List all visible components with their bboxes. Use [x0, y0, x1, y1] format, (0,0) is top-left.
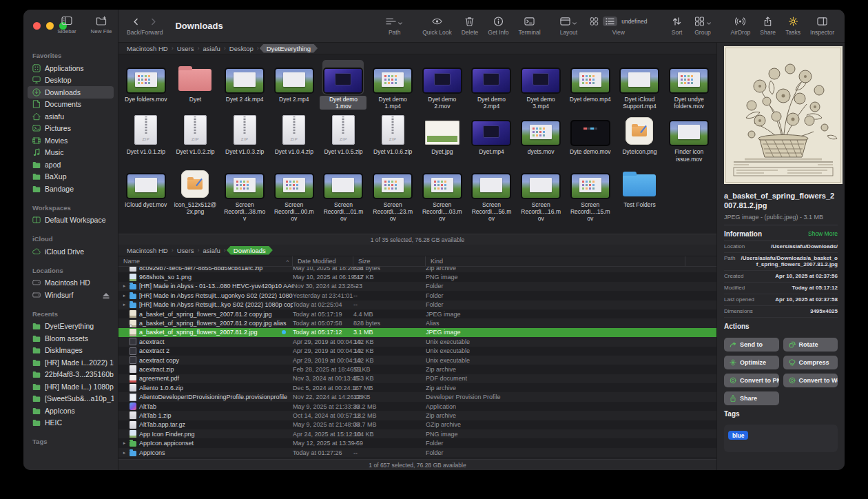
grid-item[interactable]: Screen Recordi....16.mov [516, 165, 566, 223]
sidebar-item--hr-made-i-1080p-copy[interactable]: [HR] Made i...) 1080p copy [28, 380, 114, 393]
toolbar-item-sort[interactable]: Sort [665, 17, 690, 36]
grid-item[interactable]: Screen Recordi....03.mov [417, 165, 467, 223]
disclosure-triangle-icon[interactable]: ▸ [122, 302, 127, 307]
sidebar-item-baxup[interactable]: BaXup [28, 171, 114, 183]
sidebar-item--sweetsub-a10p-1080p-[interactable]: [SweetSub&...a10p_1080p] [28, 393, 114, 405]
grid-item[interactable]: Dyet 2.mp4 [269, 60, 319, 110]
breadcrumb-desktop[interactable]: Desktop [227, 45, 256, 52]
grid-item[interactable]: icon_512x512@2x.png [171, 165, 220, 223]
view-columns-button[interactable]: undefined [619, 17, 650, 26]
grid-item[interactable]: Dyet.jpg [417, 112, 467, 162]
grid-item[interactable]: Dyet v1.0.6.zip [368, 112, 417, 162]
grid-item[interactable]: dyets.mov [516, 112, 566, 162]
toolbar-item-view[interactable]: undefinedView [582, 17, 654, 36]
file-row[interactable]: AltTab.app.tar.gzMay 9, 2025 at 21:48:08… [118, 420, 716, 429]
action-button-share[interactable]: Share [724, 391, 779, 405]
file-row[interactable]: acextract 2Apr 29, 2019 at 00:04:10142 K… [118, 347, 716, 356]
grid-item[interactable]: Finder icon issue.mov [664, 112, 714, 162]
column-header-kind[interactable]: Kind [426, 256, 685, 266]
file-row[interactable]: agreement.pdfNov 3, 2024 at 00:13:45153 … [118, 374, 716, 383]
sidebar-item-diskimages[interactable]: DiskImages [28, 345, 114, 357]
grid-item[interactable]: Dyet demo 1.mp4 [368, 60, 417, 110]
file-row[interactable]: AlientoDeveloperIDProvisioningProfile.pr… [118, 392, 716, 401]
grid-item[interactable]: Dyet demo 1.mov [319, 60, 369, 110]
grid-item[interactable]: Test Folders [615, 165, 665, 223]
sidebar-item-appicons[interactable]: AppIcons [28, 405, 114, 417]
grid-item[interactable]: DyteIcon.png [615, 112, 665, 162]
sidebar-item-apod[interactable]: apod [28, 159, 114, 171]
sidebar-item-icloud-drive[interactable]: iCloud Drive [28, 245, 114, 258]
sidebar-item-heic[interactable]: HEIC [28, 417, 114, 429]
grid-item[interactable]: Dyet demo 2.mov [417, 60, 467, 110]
breadcrumb-asiafu[interactable]: asiafu [200, 45, 223, 52]
action-button-optimize[interactable]: Optimize [724, 356, 779, 369]
grid-item[interactable]: Dyet v1.0.4.zip [269, 112, 319, 162]
file-row[interactable]: ▸[HR] Made in Abyss Retsujit...kyo S02 (… [118, 301, 716, 309]
file-row[interactable]: a_basket_of_spring_flowers_2007.81.2 cop… [118, 309, 716, 318]
sidebar-item-applications[interactable]: Applications [28, 62, 114, 74]
file-row[interactable]: ▸AppIconsToday at 01:27:26--Folder [118, 448, 716, 457]
disclosure-triangle-icon[interactable]: ▸ [122, 450, 127, 456]
sidebar-item-bloom-assets[interactable]: Bloom assets [28, 332, 114, 345]
tag-blue[interactable]: blue [728, 431, 748, 440]
tags-box[interactable]: blue [724, 425, 838, 452]
sidebar-item-pictures[interactable]: Pictures [28, 123, 114, 135]
action-button-rotate[interactable]: Rotate [783, 338, 838, 352]
grid-item[interactable]: Screen Recordi....01.mov [319, 165, 369, 223]
action-button-compress[interactable]: Compress [783, 356, 838, 369]
action-button-convert-to-webp[interactable]: Convert to WebP [783, 374, 838, 387]
sidebar-item--hr-made-i-2022-1080p[interactable]: [HR] Made i...2022) 1080p [28, 356, 114, 369]
disclosure-triangle-icon[interactable]: ▸ [122, 293, 127, 298]
view-grid-button[interactable] [587, 17, 601, 26]
grid-item[interactable]: Screen Recordi....15.mov [566, 165, 615, 223]
file-row[interactable]: acextract copyApr 29, 2019 at 00:04:1014… [118, 356, 716, 365]
file-row[interactable]: AltTab 1.zipOct 14, 2024 at 00:57:1812.2… [118, 411, 716, 420]
column-header-size[interactable]: Size [353, 256, 426, 266]
grid-item[interactable]: iCloud dyet.mov [121, 165, 171, 223]
grid-item[interactable]: Dyet [171, 60, 220, 110]
sidebar-item-22bf4af8-3-235160b233[interactable]: 22bf4af8-3...235160b233 [28, 369, 114, 381]
sidebar-item-windsurf[interactable]: Windsurf [28, 289, 114, 301]
file-row[interactable]: 968shots_so 1.pngMay 10, 2025 at 06:19:4… [118, 272, 716, 281]
sidebar-item-music[interactable]: Music [28, 147, 114, 159]
grid-item[interactable]: Dyet v1.0.3.zip [220, 112, 269, 162]
toolbar-item-tasks[interactable]: Tasks [781, 17, 805, 36]
file-row[interactable]: ▸AppIcon.appiconsetMay 12, 2025 at 13:39… [118, 438, 716, 447]
sidebar-item-default-workspace[interactable]: Default Workspace [28, 214, 114, 227]
grid-item[interactable]: Dyet 2 4k.mp4 [220, 60, 269, 110]
file-row[interactable]: ▸[HR] Made in Abyss - 01-13...080 HEVC-y… [118, 282, 716, 291]
column-header-date-modified[interactable]: Date Modified [293, 256, 353, 266]
new-file-button[interactable]: New File [86, 16, 116, 34]
sidebar-item-movies[interactable]: Movies [28, 134, 114, 147]
column-header-name[interactable]: Name^ [118, 256, 293, 266]
breadcrumb-dyeteverything[interactable]: DyetEverything [260, 44, 318, 53]
grid-item[interactable]: Screen Recordi....56.mov [467, 165, 517, 223]
sidebar-item-desktop[interactable]: Desktop [28, 74, 114, 87]
back-button[interactable] [132, 16, 140, 28]
disclosure-triangle-icon[interactable]: ▸ [122, 283, 127, 289]
breadcrumb-macintosh-hd[interactable]: Macintosh HD [124, 45, 171, 52]
grid-item[interactable]: Dyet demo 3.mp4 [516, 60, 566, 110]
grid-item[interactable]: Dye folders.mov [121, 60, 171, 110]
view-list-button[interactable] [603, 17, 617, 26]
toolbar-item-terminal[interactable]: Terminal [514, 17, 546, 36]
action-button-send-to[interactable]: Send to [724, 338, 779, 352]
grid-item[interactable]: Dyet undye folders.mov [664, 60, 714, 110]
forward-button[interactable] [149, 16, 157, 28]
grid-item[interactable]: Dyet v1.0.5.zip [319, 112, 369, 162]
grid-item[interactable]: Screen Recordi....23.mov [368, 165, 417, 223]
toolbar-item-quick-look[interactable]: Quick Look [417, 17, 457, 36]
breadcrumb-downloads[interactable]: Downloads [227, 246, 273, 255]
toolbar-item-layout[interactable]: Layout [555, 17, 583, 36]
file-row[interactable]: Aliento 1.0.6.zipDec 5, 2024 at 00:24:16… [118, 383, 716, 392]
sidebar-item-macintosh-hd[interactable]: Macintosh HD [28, 277, 114, 289]
file-row[interactable]: acextractApr 29, 2019 at 00:04:10142 KBU… [118, 337, 716, 346]
grid-item[interactable]: Screen Recordi...38.mov [220, 165, 269, 223]
file-row[interactable]: App Icon Finder.pngApr 24, 2025 at 15:12… [118, 429, 716, 438]
breadcrumb-users[interactable]: Users [174, 247, 197, 254]
file-row[interactable]: acextract.zipFeb 28, 2025 at 18:46:0155 … [118, 365, 716, 374]
grid-item[interactable]: Dyet v1.0.1.zip [121, 112, 171, 162]
grid-item[interactable]: Dyet demo 2.mp4 [467, 60, 517, 110]
toolbar-item-share[interactable]: Share [755, 17, 781, 36]
toolbar-item-airdrop[interactable]: AirDrop [726, 17, 756, 36]
